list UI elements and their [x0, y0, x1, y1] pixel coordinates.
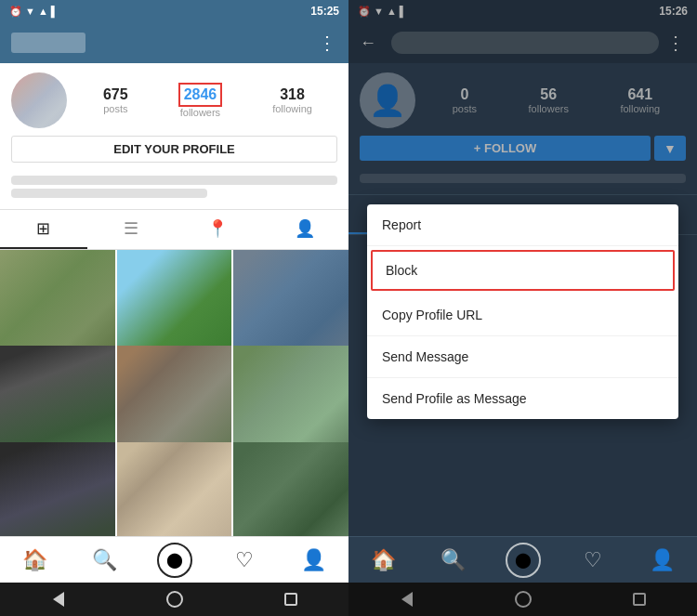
recents-square-left: [284, 593, 297, 606]
instagram-logo: [11, 33, 85, 53]
home-circle-left: [166, 591, 183, 608]
wifi-icon: ▲: [38, 6, 48, 17]
posts-count-left: 675: [103, 86, 128, 103]
nav-search-left[interactable]: 🔍: [70, 537, 139, 583]
posts-label-left: posts: [103, 103, 128, 114]
bottom-nav-right: 🏠 🔍 ⬤ ♡ 👤: [348, 536, 697, 583]
photo-8[interactable]: [117, 442, 232, 536]
nav-profile-left[interactable]: 👤: [279, 537, 348, 583]
following-stat-left[interactable]: 318 following: [272, 86, 312, 114]
stats-row-left: 675 posts 2846 followers 318 following: [78, 83, 337, 118]
followers-count-left: 2846: [178, 83, 223, 107]
avatar-left[interactable]: [11, 72, 67, 128]
search-icon-left: 🔍: [92, 548, 117, 572]
profile-icon-right: 👤: [650, 548, 675, 572]
followers-label-left: followers: [178, 107, 223, 118]
menu-item-copy-url[interactable]: Copy Profile URL: [367, 295, 678, 336]
tab-tagged[interactable]: 👤: [261, 210, 348, 249]
home-icon-left: 🏠: [22, 548, 47, 572]
more-options-button[interactable]: ⋮: [318, 32, 337, 54]
signal-icon: ▼: [25, 6, 35, 17]
nav-camera-left[interactable]: ⬤: [139, 537, 209, 583]
camera-circle-right: ⬤: [506, 543, 541, 578]
home-icon-right: 🏠: [371, 548, 396, 572]
followers-stat-left[interactable]: 2846 followers: [178, 83, 223, 118]
status-icons-left: ⏰ ▼ ▲ ▌: [9, 6, 59, 18]
system-nav-left: [0, 583, 348, 616]
context-menu: Report Block Copy Profile URL Send Messa…: [367, 204, 678, 419]
photo-7[interactable]: [0, 442, 115, 536]
recents-button-left[interactable]: [282, 590, 300, 609]
alarm-icon: ⏰: [9, 6, 22, 18]
tab-list[interactable]: ☰: [87, 210, 175, 249]
followers-highlight-box: 2846: [178, 83, 223, 107]
photo-grid: [0, 250, 348, 536]
app-bar-left: ⋮: [0, 22, 348, 63]
camera-icon-left: ⬤: [166, 551, 183, 569]
nav-profile-right[interactable]: 👤: [627, 537, 697, 583]
photo-9[interactable]: [233, 442, 348, 536]
edit-profile-button[interactable]: EDIT YOUR PROFILE: [11, 136, 337, 163]
menu-item-block[interactable]: Block: [371, 250, 675, 291]
nav-camera-right[interactable]: ⬤: [488, 537, 558, 583]
bio-line-2: [11, 189, 207, 198]
heart-icon-left: ♡: [235, 548, 254, 572]
bio-area-left: [0, 172, 348, 209]
menu-item-send-message[interactable]: Send Message: [367, 336, 678, 378]
tabs-bar-left: ⊞ ☰ 📍 👤: [0, 209, 348, 250]
nav-search-right[interactable]: 🔍: [418, 537, 488, 583]
search-icon-right: 🔍: [441, 548, 466, 572]
person-icon: 👤: [295, 218, 315, 239]
menu-item-report[interactable]: Report: [367, 204, 678, 246]
right-phone: ⏰ ▼ ▲ ▌ 15:26 ← ⋮ 👤 0 posts 56: [348, 0, 697, 616]
location-icon: 📍: [207, 218, 228, 239]
tab-grid[interactable]: ⊞: [0, 210, 87, 249]
profile-top: 675 posts 2846 followers 318 following: [11, 72, 337, 128]
grid-icon: ⊞: [36, 218, 50, 239]
home-button-left[interactable]: [165, 590, 184, 609]
following-count-left: 318: [272, 86, 312, 103]
status-bar-left: ⏰ ▼ ▲ ▌ 15:25: [0, 0, 348, 22]
tab-location[interactable]: 📍: [175, 210, 262, 249]
nav-heart-right[interactable]: ♡: [558, 537, 627, 583]
bottom-nav-left: 🏠 🔍 ⬤ ♡ 👤: [0, 536, 348, 583]
camera-circle-left: ⬤: [157, 543, 192, 578]
nav-home-left[interactable]: 🏠: [0, 537, 70, 583]
camera-icon-right: ⬤: [515, 551, 532, 569]
heart-icon-right: ♡: [584, 548, 602, 572]
menu-item-send-profile[interactable]: Send Profile as Message: [367, 378, 678, 419]
back-triangle-left: [53, 592, 64, 607]
profile-section-left: 675 posts 2846 followers 318 following E…: [0, 63, 348, 172]
battery-icon: ▌: [51, 6, 59, 17]
nav-heart-left[interactable]: ♡: [209, 537, 279, 583]
left-phone: ⏰ ▼ ▲ ▌ 15:25 ⋮ 675 posts 2846: [0, 0, 348, 616]
profile-icon-left: 👤: [301, 548, 326, 572]
following-label-left: following: [272, 103, 312, 114]
list-icon: ☰: [124, 218, 138, 239]
bio-line-1: [11, 176, 337, 185]
nav-home-right[interactable]: 🏠: [348, 537, 418, 583]
back-button-left[interactable]: [49, 590, 68, 609]
time-left: 15:25: [310, 5, 339, 18]
posts-stat-left[interactable]: 675 posts: [103, 86, 128, 114]
